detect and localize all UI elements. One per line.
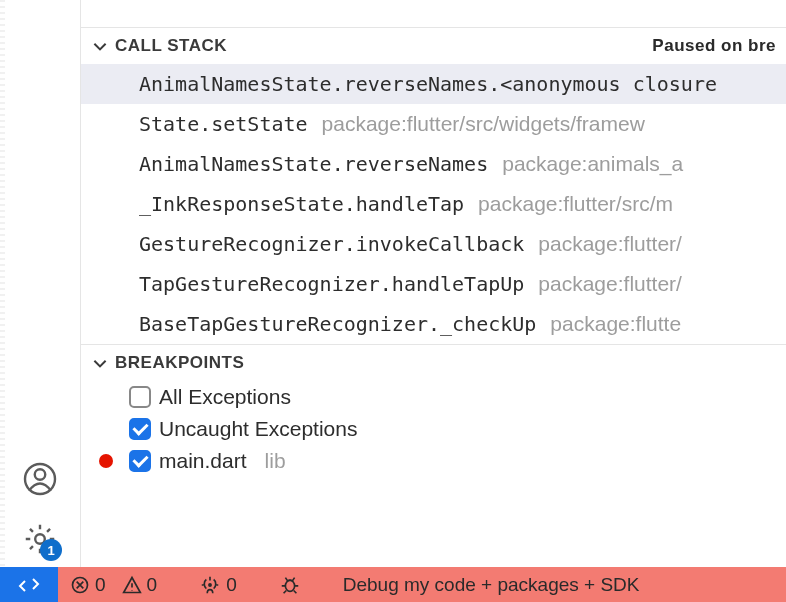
stack-frame[interactable]: TapGestureRecognizer.handleTapUppackage:… (81, 264, 786, 304)
debug-target-label: Debug my code + packages + SDK (343, 574, 640, 596)
frame-name: State.setState (139, 112, 308, 136)
debug-side-panel: CALL STACK Paused on bre AnimalNamesStat… (80, 0, 786, 567)
svg-point-5 (285, 580, 294, 591)
frame-package: package:flutter/ (538, 272, 682, 296)
frame-name: AnimalNamesState.reverseNames (139, 152, 488, 176)
settings-badge: 1 (40, 539, 62, 561)
breakpoint-row[interactable]: All Exceptions (81, 381, 786, 413)
breakpoint-checkbox[interactable] (129, 386, 151, 408)
frame-package: package:flutter/ (538, 232, 682, 256)
breakpoints-title: BREAKPOINTS (115, 353, 244, 373)
stack-frame[interactable]: GestureRecognizer.invokeCallbackpackage:… (81, 224, 786, 264)
warnings-item[interactable]: 0 (122, 574, 158, 596)
breakpoint-checkbox[interactable] (129, 418, 151, 440)
frame-name: AnimalNamesState.reverseNames.<anonymous… (139, 72, 717, 96)
frame-name: GestureRecognizer.invokeCallback (139, 232, 524, 256)
stack-frame[interactable]: AnimalNamesState.reverseNamespackage:ani… (81, 144, 786, 184)
frame-name: TapGestureRecognizer.handleTapUp (139, 272, 524, 296)
stack-frame[interactable]: State.setStatepackage:flutter/src/widget… (81, 104, 786, 144)
call-stack-header[interactable]: CALL STACK Paused on bre (81, 28, 786, 64)
status-bar-items: 0 0 0 Debug my code + packages + SDK (58, 567, 786, 602)
call-stack-list: AnimalNamesState.reverseNames.<anonymous… (81, 64, 786, 344)
breakpoints-list: All ExceptionsUncaught Exceptionsmain.da… (81, 381, 786, 477)
status-bar: 0 0 0 Debug my code + packages + SDK (0, 567, 786, 602)
chevron-down-icon (91, 37, 109, 55)
ports-item[interactable]: 0 (199, 574, 237, 596)
stack-frame[interactable]: AnimalNamesState.reverseNames.<anonymous… (81, 64, 786, 104)
call-stack-title: CALL STACK (115, 36, 227, 56)
breakpoint-sublabel: lib (265, 449, 286, 473)
activity-bar: 1 (0, 0, 80, 567)
remote-button[interactable] (0, 567, 58, 602)
editor-gutter-edge (0, 0, 5, 567)
errors-item[interactable]: 0 (70, 574, 106, 596)
breakpoint-label: main.dart (159, 449, 247, 473)
breakpoint-checkbox[interactable] (129, 450, 151, 472)
debug-target[interactable]: Debug my code + packages + SDK (343, 574, 640, 596)
svg-point-1 (35, 469, 46, 480)
settings-gear-icon[interactable]: 1 (20, 519, 60, 559)
accounts-icon[interactable] (20, 459, 60, 499)
frame-name: BaseTapGestureRecognizer._checkUp (139, 312, 536, 336)
call-stack-status: Paused on bre (652, 36, 776, 56)
svg-point-4 (209, 583, 211, 585)
breakpoint-label: All Exceptions (159, 385, 291, 409)
breakpoint-dot-icon (99, 454, 113, 468)
breakpoint-label: Uncaught Exceptions (159, 417, 357, 441)
stack-frame[interactable]: BaseTapGestureRecognizer._checkUppackage… (81, 304, 786, 344)
errors-count: 0 (95, 574, 106, 596)
chevron-down-icon (91, 354, 109, 372)
warnings-count: 0 (147, 574, 158, 596)
breakpoints-section: BREAKPOINTS All ExceptionsUncaught Excep… (81, 344, 786, 477)
breakpoint-row[interactable]: main.dartlib (81, 445, 786, 477)
breakpoint-row[interactable]: Uncaught Exceptions (81, 413, 786, 445)
frame-package: package:animals_a (502, 152, 683, 176)
debug-indicator-icon[interactable] (279, 574, 301, 596)
stack-frame[interactable]: _InkResponseState.handleTappackage:flutt… (81, 184, 786, 224)
frame-name: _InkResponseState.handleTap (139, 192, 464, 216)
panel-top-divider (81, 0, 786, 28)
ports-count: 0 (226, 574, 237, 596)
frame-package: package:flutter/src/m (478, 192, 673, 216)
frame-package: package:flutte (550, 312, 681, 336)
breakpoints-header[interactable]: BREAKPOINTS (81, 345, 786, 381)
frame-package: package:flutter/src/widgets/framew (322, 112, 645, 136)
